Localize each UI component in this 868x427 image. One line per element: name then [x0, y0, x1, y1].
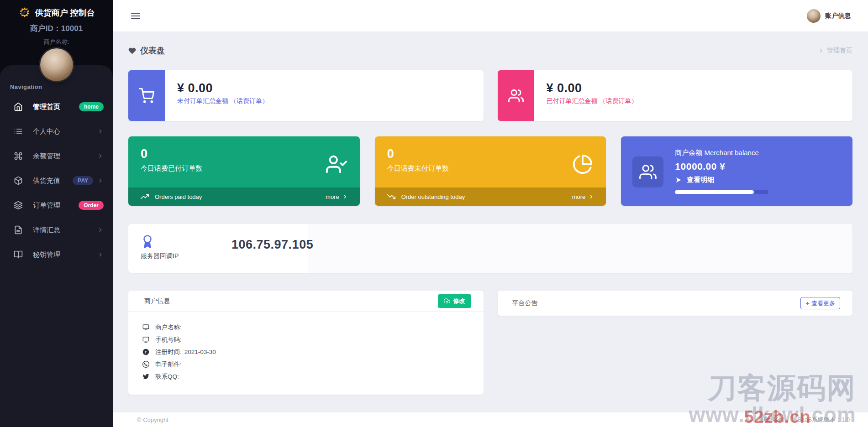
pie-chart-icon — [572, 154, 593, 175]
account-menu[interactable]: 账户信息 — [807, 9, 851, 23]
balance-progress-bar — [675, 190, 768, 194]
layers-icon — [14, 201, 23, 210]
main-area: 账户信息 仪表盘 管理首页 — [113, 0, 868, 427]
unpaid-total-value: ¥ 0.00 — [177, 81, 268, 95]
edit-merchant-button[interactable]: 修改 — [438, 294, 471, 308]
sidebar-header: ⚙ 供货商户 控制台 商户ID：10001 商户名称: — [0, 0, 113, 46]
gear-check-logo-icon: ⚙ — [18, 6, 31, 19]
unpaid-total-desc: 未付订单汇总金额 （话费订单） — [177, 97, 268, 105]
chevron-right-icon — [97, 153, 104, 159]
logo: ⚙ 供货商户 控制台 — [0, 6, 113, 19]
footer: © Copyright 联系客服 SaaS系统版本：1.0 — [113, 412, 868, 427]
paid-total-desc: 已付订单汇总金额 （话费订单） — [547, 97, 638, 105]
order-badge: Order — [79, 201, 104, 210]
hamburger-menu-icon[interactable] — [130, 10, 141, 21]
chevron-right-icon — [97, 177, 104, 184]
sidebar-item-keys[interactable]: 秘钥管理 — [0, 242, 113, 267]
server-ip-value: 106.75.97.105 — [231, 238, 313, 252]
announcement-title: 平台公告 — [512, 299, 538, 307]
announcement-panel: 平台公告 + 查看更多 — [498, 291, 853, 316]
sidebar-nav: Navigation 管理首页 home 个人中心 余额管理 供货充值 — [0, 65, 113, 427]
merchant-phone-row: 手机号码: — [142, 333, 467, 346]
sidebar-item-profile[interactable]: 个人中心 — [0, 119, 113, 144]
twitter-bird-icon — [142, 373, 149, 380]
copyright-text: © Copyright — [137, 417, 168, 423]
account-avatar — [807, 9, 821, 23]
nav-section-label: Navigation — [0, 83, 113, 92]
monitor-icon — [142, 336, 149, 343]
phone-circle-icon — [142, 361, 149, 368]
sidebar-item-dashboard[interactable]: 管理首页 home — [0, 94, 113, 119]
view-detail-link[interactable]: 查看明细 — [675, 176, 852, 184]
compass-circle-icon — [142, 349, 149, 355]
merchant-balance-card: 商户余额 Merchant balance 10000.00 ¥ 查看明细 — [621, 136, 852, 206]
paid-total-value: ¥ 0.00 — [547, 81, 638, 95]
chevron-right-icon — [97, 227, 104, 233]
upload-cloud-icon — [444, 298, 450, 304]
merchant-name-row: 商户名称: — [142, 321, 467, 333]
account-label: 账户信息 — [825, 12, 851, 20]
breadcrumb-label: 管理首页 — [827, 47, 852, 55]
list-icon — [14, 127, 23, 136]
merchant-name: 商户名称: — [0, 38, 113, 46]
merchant-info-title: 商户信息 — [144, 297, 170, 305]
summary-row: ¥ 0.00 未付订单汇总金额 （话费订单） ¥ 0.00 已付订单汇总金额 （… — [128, 70, 852, 121]
contact-support-link[interactable]: 联系客服 — [761, 416, 784, 424]
trending-up-icon — [141, 193, 149, 201]
users-group-icon — [632, 156, 663, 187]
breadcrumb[interactable]: 管理首页 — [818, 47, 852, 55]
file-text-icon — [14, 225, 23, 234]
sidebar-item-summary[interactable]: 详情汇总 — [0, 218, 113, 242]
home-icon — [14, 102, 23, 111]
package-icon — [14, 176, 23, 185]
orders-paid-footer[interactable]: Orders paid today more — [128, 187, 360, 206]
sidebar-item-orders[interactable]: 订单管理 Order — [0, 193, 113, 218]
chevron-right-icon — [818, 48, 824, 54]
merchant-info-panel: 商户信息 修改 商户名称: 手机号码: — [128, 291, 484, 395]
topbar: 账户信息 — [113, 0, 868, 31]
monitor-icon — [142, 324, 149, 331]
balance-title: 商户余额 Merchant balance — [675, 149, 852, 157]
trending-down-icon — [387, 193, 395, 201]
page-title: 仪表盘 — [128, 45, 165, 56]
balance-amount: 10000.00 ¥ — [675, 161, 852, 172]
plus-icon: + — [805, 300, 810, 307]
chevron-right-icon — [97, 128, 104, 135]
contact-qq-row: 联系QQ: — [142, 370, 467, 383]
sidebar-item-label: 供货充值 — [33, 177, 60, 185]
sidebar-item-label: 管理首页 — [33, 103, 60, 111]
command-icon — [14, 151, 23, 161]
info-row: 商户信息 修改 商户名称: 手机号码: — [128, 291, 852, 395]
email-row: 电子邮件: — [142, 358, 467, 370]
home-badge: home — [79, 102, 104, 111]
counter-row: 0 今日话费已付订单数 Orders paid today more — [128, 136, 852, 206]
sidebar-item-label: 余额管理 — [33, 152, 60, 161]
register-time-value: 2021-03-30 — [184, 349, 216, 355]
orders-paid-more-link[interactable]: more — [326, 193, 348, 200]
merchant-id: 商户ID：10001 — [0, 23, 113, 34]
app: ⚙ 供货商户 控制台 商户ID：10001 商户名称: Navigation 管… — [0, 0, 868, 427]
sidebar-item-balance[interactable]: 余额管理 — [0, 144, 113, 168]
sidebar-item-label: 秘钥管理 — [33, 250, 60, 259]
page-head: 仪表盘 管理首页 — [128, 45, 852, 56]
award-icon — [141, 234, 179, 248]
server-ip-label: 服务器回调IP — [141, 252, 179, 260]
server-ip-card: 服务器回调IP 106.75.97.105 — [128, 224, 852, 273]
paid-total-card: ¥ 0.00 已付订单汇总金额 （话费订单） — [498, 70, 853, 121]
orders-unpaid-footer[interactable]: Order outstanding today more — [375, 187, 606, 206]
chevron-right-icon — [342, 194, 348, 199]
sidebar-item-recharge[interactable]: 供货充值 PAY — [0, 168, 113, 193]
play-arrow-icon — [675, 177, 682, 183]
user-check-icon — [326, 154, 347, 175]
orders-unpaid-today-card: 0 今日话费未付订单数 Order outstanding today more — [375, 136, 606, 206]
saas-version-text: SaaS系统版本：1.0 — [797, 416, 850, 424]
sidebar-item-label: 订单管理 — [33, 201, 60, 210]
server-ip-card-extra — [309, 224, 852, 273]
orders-paid-today-card: 0 今日话费已付订单数 Orders paid today more — [128, 136, 360, 206]
orders-unpaid-more-link[interactable]: more — [572, 193, 594, 200]
unpaid-total-card: ¥ 0.00 未付订单汇总金额 （话费订单） — [128, 70, 484, 121]
cart-icon — [128, 70, 165, 121]
book-open-icon — [14, 250, 23, 259]
register-time-row: 注册时间:2021-03-30 — [142, 346, 467, 358]
view-more-button[interactable]: + 查看更多 — [800, 297, 840, 309]
